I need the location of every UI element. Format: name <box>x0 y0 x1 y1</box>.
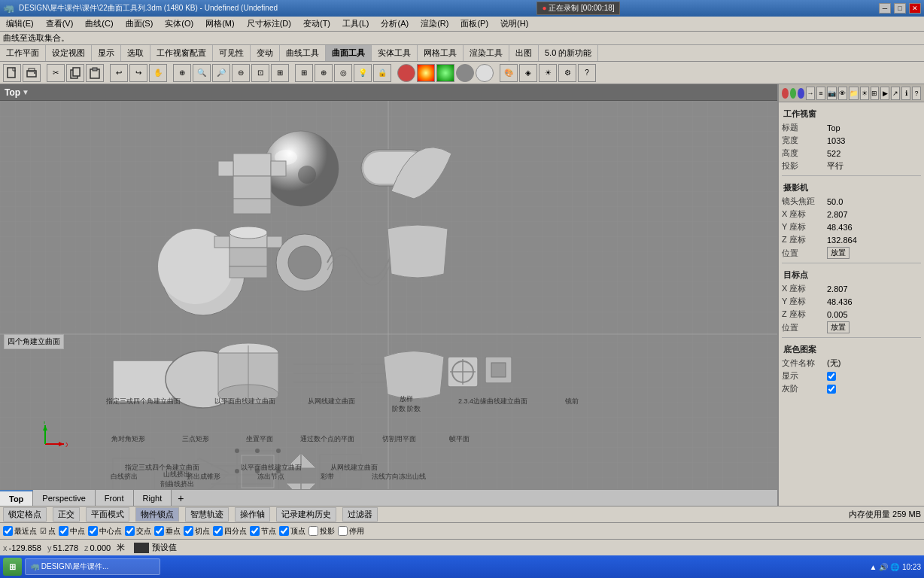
tb-redo[interactable]: ↪ <box>129 64 147 82</box>
rp-btn-camera[interactable]: 📷 <box>827 87 837 100</box>
menu-panel[interactable]: 面板(P) <box>454 17 494 31</box>
menu-tools[interactable]: 工具(L) <box>336 17 375 31</box>
title-bar-buttons[interactable]: ─ □ ✕ <box>879 3 921 14</box>
tab-viewport-config[interactable]: 工作视窗配置 <box>150 45 213 61</box>
tb-copy[interactable] <box>66 64 84 82</box>
cb-perpend-check[interactable] <box>154 526 164 536</box>
tb-color1[interactable] <box>397 64 415 82</box>
status-ortho[interactable]: 正交 <box>53 507 80 522</box>
rp-btn-tgt-place[interactable]: 放置 <box>827 321 850 333</box>
tab-transform[interactable]: 变动 <box>251 45 280 61</box>
rp-btn-circle-r[interactable] <box>782 88 789 99</box>
rp-btn-sun[interactable]: ☀ <box>860 87 869 100</box>
start-button[interactable]: ⊞ <box>3 558 22 576</box>
close-button[interactable]: ✕ <box>909 3 921 14</box>
tb-env[interactable]: ☀ <box>539 64 557 82</box>
cb-nearest-check[interactable] <box>3 526 13 536</box>
rp-check-bg-gray[interactable] <box>827 385 836 394</box>
status-lock-grid[interactable]: 锁定格点 <box>3 507 47 522</box>
tb-hand[interactable]: ✋ <box>149 64 167 82</box>
tab-solid-tools[interactable]: 实体工具 <box>372 45 418 61</box>
windows-taskbar[interactable]: ⊞ 🦏 DESIGN\犀牛课件... ▲ 🔊 🌐 10:23 <box>0 555 924 578</box>
tb-paste[interactable] <box>86 64 104 82</box>
rp-btn-info[interactable]: ℹ <box>901 87 910 100</box>
tb-cut[interactable]: ✂ <box>47 64 65 82</box>
tab-workplane[interactable]: 工作平面 <box>0 45 46 61</box>
tb-zoom-out[interactable]: 🔎 <box>212 64 230 82</box>
cb-midpoint-check[interactable] <box>59 526 68 536</box>
tb-color5[interactable] <box>476 64 494 82</box>
cb-center-check[interactable] <box>88 526 98 536</box>
rp-btn-grid[interactable]: ⊞ <box>871 87 880 100</box>
tb-pan[interactable]: ⊖ <box>232 64 250 82</box>
tb-light[interactable]: 💡 <box>354 64 372 82</box>
tb-undo[interactable]: ↩ <box>110 64 128 82</box>
status-smart-track[interactable]: 智慧轨迹 <box>185 507 229 522</box>
tb-material[interactable]: 🎨 <box>500 64 518 82</box>
tab-setview[interactable]: 设定视图 <box>46 45 92 61</box>
rp-btn-eye[interactable]: 👁 <box>838 87 847 100</box>
viewport-dropdown[interactable]: ▼ <box>22 88 29 96</box>
menu-dim[interactable]: 尺寸标注(D) <box>241 17 297 31</box>
cb-knot-check[interactable] <box>250 526 260 536</box>
tb-lock[interactable]: 🔒 <box>373 64 391 82</box>
tb-new[interactable] <box>3 64 21 82</box>
rp-btn-folder[interactable]: 📁 <box>849 87 859 100</box>
minimize-button[interactable]: ─ <box>879 3 891 14</box>
cb-quadrant-check[interactable] <box>213 526 223 536</box>
rp-btn-arrow[interactable]: → <box>806 87 815 100</box>
rp-check-bg-show[interactable] <box>827 372 836 381</box>
tb-zoom-select[interactable]: ⊕ <box>173 64 191 82</box>
menu-edit[interactable]: 编辑(E) <box>0 17 40 31</box>
tb-help[interactable]: ? <box>578 64 596 82</box>
maximize-button[interactable]: □ <box>894 3 906 14</box>
vp-tab-right[interactable]: Right <box>134 490 172 506</box>
status-history[interactable]: 记录建构历史 <box>276 507 336 522</box>
cb-disable-check[interactable] <box>338 526 348 536</box>
vp-tab-add[interactable]: + <box>172 490 190 506</box>
tab-export[interactable]: 出图 <box>509 45 539 61</box>
menu-mesh[interactable]: 网格(M) <box>199 17 241 31</box>
status-planar[interactable]: 平面模式 <box>86 507 129 522</box>
tab-render-tools[interactable]: 渲染工具 <box>464 45 509 61</box>
status-osnap[interactable]: 物件锁点 <box>135 507 179 522</box>
menu-help[interactable]: 说明(H) <box>494 17 534 31</box>
rp-btn-circle-b[interactable] <box>798 88 804 99</box>
menu-solid[interactable]: 实体(O) <box>159 17 199 31</box>
vp-tab-front[interactable]: Front <box>96 490 134 506</box>
status-gumball[interactable]: 操作轴 <box>235 507 270 522</box>
menu-analysis[interactable]: 分析(A) <box>375 17 415 31</box>
rp-btn-layer[interactable]: ≡ <box>816 87 825 100</box>
tb-color2[interactable] <box>417 64 435 82</box>
cb-tangent-check[interactable] <box>184 526 193 536</box>
rp-btn-export[interactable]: ↗ <box>891 87 900 100</box>
menu-render[interactable]: 渲染(R) <box>415 17 454 31</box>
tb-color4[interactable] <box>456 64 474 82</box>
rp-btn-help[interactable]: ? <box>912 87 921 100</box>
tb-zoom-ext[interactable]: ⊡ <box>251 64 269 82</box>
tab-new-features[interactable]: 5.0 的新功能 <box>539 45 598 61</box>
cb-intersect-check[interactable] <box>125 526 135 536</box>
menu-curve[interactable]: 曲线(C) <box>79 17 119 31</box>
tab-display[interactable]: 显示 <box>92 45 121 61</box>
tb-zoom-win[interactable]: 🔍 <box>193 64 211 82</box>
menu-surface[interactable]: 曲面(S) <box>120 17 160 31</box>
rp-btn-circle-g[interactable] <box>790 88 797 99</box>
rp-btn-render[interactable]: ▶ <box>880 87 889 100</box>
cb-vertex-check[interactable] <box>279 526 289 536</box>
viewport-canvas[interactable]: 四个角建立曲面 <box>0 101 777 489</box>
tb-object[interactable]: ◎ <box>334 64 352 82</box>
vp-tab-perspective[interactable]: Perspective <box>33 490 95 506</box>
tb-color3[interactable] <box>436 64 454 82</box>
tab-select[interactable]: 选取 <box>121 45 150 61</box>
tb-settings[interactable]: ⚙ <box>558 64 576 82</box>
status-filter[interactable]: 过滤器 <box>342 507 378 522</box>
tab-curve-tools[interactable]: 曲线工具 <box>280 45 326 61</box>
tb-zoom-ext-all[interactable]: ⊞ <box>271 64 289 82</box>
cb-project-check[interactable] <box>309 526 318 536</box>
menu-transform[interactable]: 变动(T) <box>297 17 336 31</box>
vp-tab-top[interactable]: Top <box>0 490 33 506</box>
tb-print[interactable] <box>23 64 41 82</box>
tb-snap[interactable]: ⊕ <box>315 64 333 82</box>
tab-mesh-tools[interactable]: 网格工具 <box>418 45 464 61</box>
